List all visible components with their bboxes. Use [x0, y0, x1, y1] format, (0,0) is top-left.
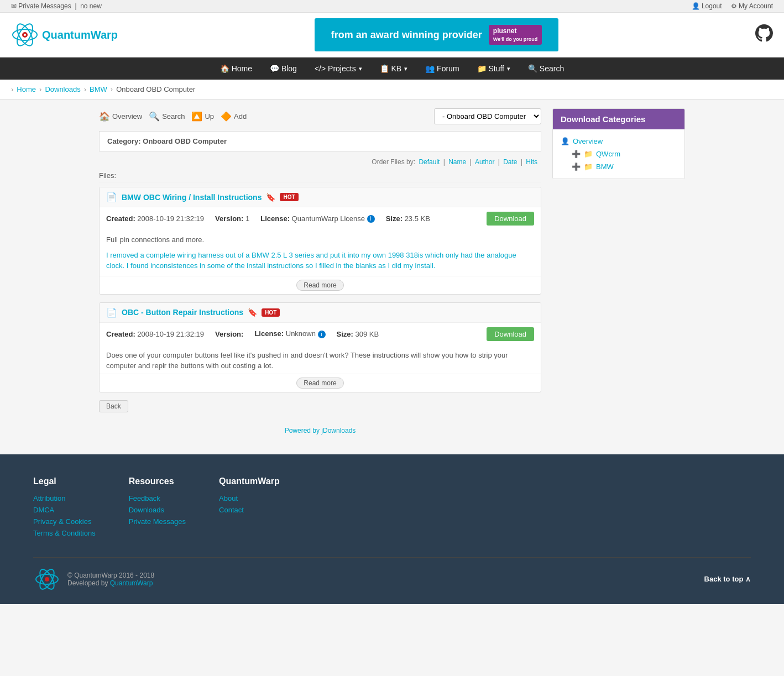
breadcrumb-home[interactable]: Home — [17, 85, 36, 93]
footer-privacy[interactable]: Privacy & Cookies — [33, 517, 96, 526]
toolbar-add[interactable]: 🔶 Add — [221, 111, 247, 122]
read-more-btn-1[interactable]: Read more — [296, 280, 343, 291]
sidebar-header: Download Categories — [553, 109, 684, 129]
category-label: Category: Onboard OBD Computer — [107, 137, 533, 145]
footer-contact[interactable]: Contact — [219, 506, 280, 514]
plusnet-badge: plusnet We'll do you proud — [489, 25, 542, 45]
main-nav: 🏠 Home 💬 Blog </> Projects 📋 KB 👥 Forum … — [0, 57, 784, 80]
sidebar: Download Categories 👤 Overview ➕ 📁 QWcrm… — [552, 108, 685, 434]
file-doc-icon-2: 📄 — [106, 307, 117, 318]
order-name[interactable]: Name — [448, 158, 466, 166]
nav-stuff[interactable]: 📁 Stuff — [469, 57, 518, 80]
footer-col-legal: Legal Attribution DMCA Privacy & Cookies… — [33, 476, 96, 541]
order-author[interactable]: Author — [475, 158, 494, 166]
footer: Legal Attribution DMCA Privacy & Cookies… — [0, 454, 784, 604]
powered-by-link[interactable]: Powered by jDownloads — [285, 427, 356, 434]
file-item: 📄 BMW OBC Wiring / Install Instructions … — [99, 187, 541, 295]
footer-dev-link[interactable]: QuantumWarp — [110, 579, 153, 587]
download-btn-2[interactable]: Download — [487, 327, 534, 341]
back-to-top-link[interactable]: Back to top ∧ — [704, 575, 751, 583]
main-wrap: 🏠 Overview 🔍 Search 🔼 Up 🔶 Add - Onboard… — [88, 99, 696, 443]
nav-search[interactable]: 🔍 Search — [520, 57, 572, 80]
add-icon: 🔶 — [221, 111, 232, 122]
nav-home[interactable]: 🏠 Home — [212, 57, 260, 80]
logo-text: QuantumWarp — [42, 29, 118, 41]
breadcrumb-bmw[interactable]: BMW — [90, 85, 107, 93]
order-date[interactable]: Date — [503, 158, 517, 166]
toolbar-search[interactable]: 🔍 Search — [149, 111, 185, 122]
category-select[interactable]: - Onboard OBD Computer — [434, 108, 541, 124]
read-more-btn-2[interactable]: Read more — [296, 378, 343, 389]
content-area: 🏠 Overview 🔍 Search 🔼 Up 🔶 Add - Onboard… — [99, 108, 541, 434]
download-btn-1[interactable]: Download — [487, 212, 534, 226]
bmw-folder-icon: 📁 — [584, 163, 593, 171]
sidebar-item-bmw[interactable]: ➕ 📁 BMW — [572, 160, 677, 173]
sidebar-body: 👤 Overview ➕ 📁 QWcrm ➕ 📁 BMW — [553, 129, 684, 179]
ad-banner: from an award winning provider plusnet W… — [315, 18, 559, 51]
footer-logo-icon — [33, 565, 61, 593]
license-info-icon-1[interactable]: i — [367, 215, 375, 223]
footer-bottom: © QuantumWarp 2016 - 2018 Developed by Q… — [33, 557, 751, 593]
logo[interactable]: QuantumWarp — [11, 21, 118, 49]
svg-point-4 — [24, 34, 26, 36]
footer-legal-heading: Legal — [33, 476, 96, 486]
file-meta-1: Created: 2008-10-19 21:32:19 Version: 1 … — [100, 207, 541, 230]
breadcrumb-arrow: › — [11, 85, 13, 93]
breadcrumb-current: Onboard OBD Computer — [116, 85, 195, 93]
nav-blog[interactable]: 💬 Blog — [262, 57, 305, 80]
toolbar-up[interactable]: 🔼 Up — [191, 111, 214, 122]
footer-attribution[interactable]: Attribution — [33, 494, 96, 502]
order-hits[interactable]: Hits — [526, 158, 537, 166]
license-info-icon-2[interactable]: i — [318, 331, 326, 338]
read-more-wrap-2: Read more — [100, 374, 541, 392]
top-bar-left: ✉ Private Messages | no new — [11, 2, 102, 10]
footer-about[interactable]: About — [219, 494, 280, 502]
footer-col-resources: Resources Feedback Downloads Private Mes… — [129, 476, 186, 541]
footer-resources-heading: Resources — [129, 476, 186, 486]
github-icon — [755, 24, 773, 42]
breadcrumb: › Home › Downloads › BMW › Onboard OBD C… — [0, 80, 784, 99]
back-button[interactable]: Back — [99, 400, 128, 412]
footer-qw-heading: QuantumWarp — [219, 476, 280, 486]
file-title-2[interactable]: OBC - Button Repair Instructions — [122, 308, 243, 317]
breadcrumb-downloads[interactable]: Downloads — [45, 85, 80, 93]
order-default[interactable]: Default — [419, 158, 440, 166]
footer-bottom-left: © QuantumWarp 2016 - 2018 Developed by Q… — [33, 565, 154, 593]
sidebar-item-overview[interactable]: 👤 Overview — [561, 135, 677, 148]
qwcrm-expand-icon: ➕ — [572, 150, 581, 158]
footer-feedback[interactable]: Feedback — [129, 494, 186, 502]
overview-icon: 🏠 — [99, 111, 110, 122]
file-short-desc-2: Does one of your computer buttons feel l… — [100, 345, 541, 374]
sidebar-box: Download Categories 👤 Overview ➕ 📁 QWcrm… — [552, 108, 685, 179]
toolbar-overview[interactable]: 🏠 Overview — [99, 111, 142, 122]
footer-copy: © QuantumWarp 2016 - 2018 Developed by Q… — [67, 572, 154, 587]
qwcrm-folder-icon: 📁 — [584, 150, 593, 158]
powered-by: Powered by jDownloads — [99, 427, 541, 434]
badge-hot-2: HOT — [262, 308, 280, 317]
order-row: Order Files by: Default | Name | Author … — [99, 158, 541, 166]
github-link[interactable] — [755, 24, 773, 46]
my-account-link[interactable]: ⚙ My Account — [731, 2, 773, 10]
file-title-1[interactable]: BMW OBC Wiring / Install Instructions — [122, 193, 262, 202]
file-new-icon: 🔖 — [266, 193, 275, 202]
footer-private-messages[interactable]: Private Messages — [129, 517, 186, 526]
overview-sidebar-icon: 👤 — [561, 137, 569, 145]
nav-kb[interactable]: 📋 KB — [372, 57, 416, 80]
logout-link[interactable]: 👤 Logout — [692, 2, 722, 10]
bmw-expand-icon: ➕ — [572, 163, 581, 171]
category-box: Category: Onboard OBD Computer — [99, 131, 541, 151]
footer-downloads[interactable]: Downloads — [129, 506, 186, 514]
file-meta-2: Created: 2008-10-19 21:32:19 Version: Li… — [100, 323, 541, 345]
private-messages-link[interactable]: ✉ Private Messages — [11, 2, 73, 10]
footer-dmca[interactable]: DMCA — [33, 506, 96, 514]
read-more-wrap-1: Read more — [100, 276, 541, 294]
badge-hot-1: HOT — [280, 193, 298, 201]
up-icon: 🔼 — [191, 111, 202, 122]
nav-forum[interactable]: 👥 Forum — [417, 57, 467, 80]
toolbar: 🏠 Overview 🔍 Search 🔼 Up 🔶 Add - Onboard… — [99, 108, 541, 124]
sidebar-item-qwcrm[interactable]: ➕ 📁 QWcrm — [572, 148, 677, 160]
footer-terms[interactable]: Terms & Conditions — [33, 529, 96, 537]
header: QuantumWarp from an award winning provid… — [0, 13, 784, 57]
files-label: Files: — [99, 169, 541, 182]
nav-projects[interactable]: </> Projects — [307, 57, 370, 80]
